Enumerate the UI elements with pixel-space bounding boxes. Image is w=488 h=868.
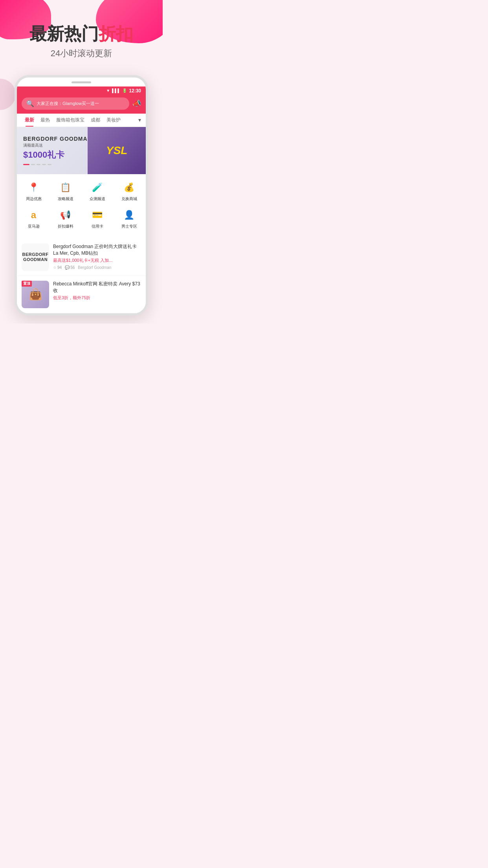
- banner-ysl-logo: YSL: [106, 144, 127, 157]
- location-icon: 📍: [27, 180, 41, 195]
- deal-title-2: Rebecca Minkoff官网 私密特卖 Avery $73收: [53, 281, 141, 294]
- dot-5: [48, 164, 51, 165]
- banner[interactable]: YSL BERGDORF GOODMAN 满额最高送 $1000礼卡: [17, 127, 146, 174]
- app-header: 🔍 大家正在搜：Glamglow买一送一 📣: [17, 95, 146, 114]
- category-guide[interactable]: 📋 攻略频道: [50, 178, 81, 204]
- dot-4: [42, 164, 46, 165]
- phone-mockup: ▼ ▌▌▌ 🔋 12:30 🔍 大家正在搜：Glamglow买一送一 📣 最新 …: [15, 75, 148, 316]
- battery-icon: 🔋: [122, 88, 127, 93]
- creditcard-icon: 💳: [90, 208, 105, 222]
- hero-title-black: 最新热门: [29, 24, 99, 43]
- hero-subtitle: 24小时滚动更新: [8, 48, 155, 59]
- category-men-label: 男士专区: [121, 224, 137, 229]
- category-guide-label: 攻略频道: [58, 196, 73, 202]
- wifi-icon: ▼: [106, 88, 110, 93]
- exchange-icon: 💰: [122, 180, 136, 195]
- hero-section: 最新热门折扣 24小时滚动更新: [0, 0, 163, 71]
- test-icon: 🧪: [90, 180, 105, 195]
- tab-hot[interactable]: 最热: [37, 114, 53, 127]
- category-exchange[interactable]: 💰 兑换商城: [114, 178, 144, 204]
- megaphone-icon: 📣: [132, 99, 141, 107]
- category-creditcard-label: 信用卡: [92, 224, 103, 229]
- deal-item-1[interactable]: BERGDORFGOODMAN Bergdorf Goodman 正价时尚大牌送…: [17, 239, 146, 276]
- category-creditcard[interactable]: 💳 信用卡: [82, 206, 112, 232]
- nav-tabs: 最新 最热 服饰箱包珠宝 成都 美妆护 ▾: [17, 114, 146, 127]
- categories-grid: 📍 周边优惠 📋 攻略频道 🧪 众测频道 💰 兑换商城 a 亚马逊 📢: [17, 174, 146, 235]
- deals-section: BERGDORFGOODMAN Bergdorf Goodman 正价时尚大牌送…: [17, 239, 146, 313]
- nav-more-icon[interactable]: ▾: [138, 117, 141, 123]
- deal-logo-1: BERGDORFGOODMAN: [22, 243, 49, 271]
- deal-subtitle-1: 最高送$1,000礼卡+无税 入加...: [53, 257, 141, 263]
- banner-image: YSL: [88, 127, 146, 174]
- comment-icon: 💬: [65, 265, 70, 270]
- status-icons: ▼ ▌▌▌ 🔋 12:30: [106, 88, 141, 94]
- amazon-icon: a: [27, 208, 41, 222]
- phone-wrapper: ▼ ▌▌▌ 🔋 12:30 🔍 大家正在搜：Glamglow买一送一 📣 最新 …: [0, 71, 163, 324]
- tab-latest[interactable]: 最新: [22, 114, 37, 127]
- category-exchange-label: 兑换商城: [121, 196, 137, 202]
- star-icon: ☆: [53, 265, 57, 270]
- deal-store-1: Bergdorf Goodman: [78, 265, 111, 270]
- category-nearby[interactable]: 📍 周边优惠: [18, 178, 49, 204]
- category-discount[interactable]: 📢 折扣爆料: [50, 206, 81, 232]
- tab-city[interactable]: 成都: [88, 114, 103, 127]
- tab-beauty[interactable]: 美妆护: [103, 114, 124, 127]
- category-test[interactable]: 🧪 众测频道: [82, 178, 112, 204]
- deal-info-1: Bergdorf Goodman 正价时尚大牌送礼卡 La Mer, Cpb, …: [53, 243, 141, 271]
- deal-meta-1: ☆ 94 💬 56 Bergdorf Goodman: [53, 265, 141, 270]
- deal-badge-pinned: 置顶: [22, 281, 32, 287]
- deal-brand-logo: BERGDORFGOODMAN: [22, 252, 49, 262]
- deal-item-2[interactable]: 置顶 👜 Rebecca Minkoff官网 私密特卖 Avery $73收 低…: [17, 276, 146, 313]
- category-amazon-label: 亚马逊: [28, 224, 40, 229]
- search-bar[interactable]: 🔍 大家正在搜：Glamglow买一送一: [22, 97, 129, 110]
- status-bar: ▼ ▌▌▌ 🔋 12:30: [17, 86, 146, 95]
- search-icon: 🔍: [26, 100, 34, 107]
- search-text: 大家正在搜：Glamglow买一送一: [37, 101, 99, 107]
- phone-speaker: [72, 81, 91, 83]
- tab-fashion[interactable]: 服饰箱包珠宝: [53, 114, 88, 127]
- deal-stars-1: ☆ 94: [53, 265, 62, 270]
- category-nearby-label: 周边优惠: [26, 196, 42, 202]
- dot-3: [37, 164, 40, 165]
- guide-icon: 📋: [59, 180, 73, 195]
- category-test-label: 众测频道: [90, 196, 105, 202]
- category-men[interactable]: 👤 男士专区: [114, 206, 144, 232]
- signal-icon: ▌▌▌: [112, 88, 120, 93]
- hero-title: 最新热门折扣: [8, 24, 155, 44]
- deal-subtitle-2: 低至3折，额外75折: [53, 295, 141, 301]
- dot-1: [23, 164, 29, 165]
- megaphone-button[interactable]: 📣: [132, 99, 141, 108]
- deal-title-1: Bergdorf Goodman 正价时尚大牌送礼卡 La Mer, Cpb, …: [53, 243, 141, 257]
- deal-info-2: Rebecca Minkoff官网 私密特卖 Avery $73收 低至3折，额…: [53, 281, 141, 308]
- category-amazon[interactable]: a 亚马逊: [18, 206, 49, 232]
- hero-title-red: 折扣: [99, 24, 133, 43]
- dot-2: [31, 164, 35, 165]
- discount-icon: 📢: [59, 208, 73, 222]
- deal-comments-1: 💬 56: [65, 265, 75, 270]
- status-time: 12:30: [129, 88, 141, 94]
- category-discount-label: 折扣爆料: [58, 224, 73, 229]
- men-icon: 👤: [122, 208, 136, 222]
